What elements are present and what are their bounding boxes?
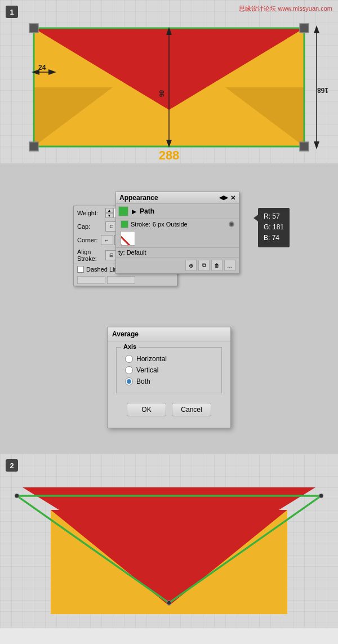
section2-badge: 2 [6,459,18,472]
svg-text:168: 168 [317,86,328,94]
stroke-row: Stroke: 6 px Outside [116,219,239,229]
svg-rect-5 [29,24,38,33]
action-icons-row: ⊕ ⧉ 🗑 … [116,257,239,273]
red-indicator-row [116,229,239,247]
red-line-indicator [121,231,135,246]
stroke-label: Stroke: [131,221,150,228]
svg-text:288: 288 [159,148,180,162]
section2-svg [0,454,338,628]
svg-point-31 [167,601,171,605]
opacity-row: ty: Default [116,248,239,257]
color-tooltip: R: 57 G: 181 B: 74 [258,208,290,247]
stroke-value: 6 px Outside [153,221,188,228]
dialog-content: Axis Horizontal Vertical Both OK [108,341,230,428]
axis-label: Axis [121,343,139,350]
dashed-checkbox[interactable] [77,266,84,273]
section1-canvas: 1 24 86 168 2 [0,0,338,163]
tooltip-g: G: 181 [264,222,284,233]
radio-horizontal-circle[interactable] [125,355,133,363]
both-label: Both [136,377,150,385]
path-label: Path [140,207,154,215]
close-icon[interactable]: ✕ [230,194,235,202]
cancel-label: Cancel [181,406,202,414]
tooltip-b: B: 74 [264,233,284,243]
axis-group: Axis Horizontal Vertical Both [116,347,222,393]
titlebar-controls[interactable]: ◀▶ ✕ [219,194,235,202]
ok-button[interactable]: OK [127,403,166,416]
path-row: ▶ Path [116,204,239,219]
corner-btn-miter[interactable]: ⌐ [101,235,113,245]
cap-label: Cap: [77,223,103,230]
expand-icon[interactable]: ▶ [132,208,136,215]
section1-badge: 1 [6,6,18,18]
watermark: 思缘设计论坛 www.missyuan.com [239,5,332,13]
appearance-title: Appearance [119,194,158,202]
delete-icon[interactable]: 🗑 [211,260,223,271]
svg-text:24: 24 [38,64,46,72]
new-icon[interactable]: ⊕ [185,260,197,271]
dash-pattern-1[interactable] [77,276,105,284]
ok-label: OK [141,406,151,414]
panels-container: Weight: ▲ ▼ px px Cap: ⊏ [56,177,282,301]
middle-section: Weight: ▲ ▼ px px Cap: ⊏ [0,163,338,454]
svg-rect-7 [29,142,38,151]
weight-spinners[interactable]: ▲ ▼ [105,208,113,218]
svg-point-30 [319,494,323,498]
align-label: Align Stroke: [77,248,103,262]
svg-text:86: 86 [158,90,165,97]
path-color-swatch[interactable] [118,206,128,216]
stroke-connection-dot [229,221,234,227]
tooltip-r: R: 57 [264,211,284,222]
radio-vertical-circle[interactable] [125,366,133,374]
dialog-title: Average [112,330,139,338]
cancel-button[interactable]: Cancel [172,403,211,416]
appearance-panel: Appearance ◀▶ ✕ ▶ Path Stroke: 6 px Outs… [115,192,239,274]
vertical-label: Vertical [136,366,158,374]
corner-label: Corner: [77,237,98,243]
svg-marker-16 [314,25,319,33]
weight-label: Weight: [77,210,103,216]
double-arrow-icon[interactable]: ◀▶ [219,194,228,202]
average-dialog: Average Axis Horizontal Vertical Both [107,327,231,428]
radio-both-circle[interactable] [125,377,133,385]
svg-rect-8 [300,142,309,151]
radio-vertical[interactable]: Vertical [125,365,213,376]
dialog-buttons: OK Cancel [116,400,222,422]
stroke-color-swatch[interactable] [121,220,128,228]
opacity-label: ty: Default [118,249,146,256]
dash-pattern-2[interactable] [107,276,135,284]
dialog-titlebar: Average [108,327,230,341]
weight-down[interactable]: ▼ [105,213,113,218]
weight-up[interactable]: ▲ [105,208,113,213]
section2-canvas: 2 [0,454,338,628]
svg-rect-6 [300,24,309,33]
horizontal-label: Horizontal [136,355,167,363]
svg-marker-17 [314,141,319,149]
section1-svg: 24 86 168 288 [0,0,338,163]
stroke-info: Stroke: 6 px Outside [121,220,226,228]
dash-pattern-row [74,274,177,286]
duplicate-icon[interactable]: ⧉ [198,260,210,271]
radio-both[interactable]: Both [125,376,213,387]
more-icon[interactable]: … [224,260,235,271]
appearance-titlebar: Appearance ◀▶ ✕ [116,192,239,204]
svg-point-29 [15,494,19,498]
radio-horizontal[interactable]: Horizontal [125,353,213,365]
